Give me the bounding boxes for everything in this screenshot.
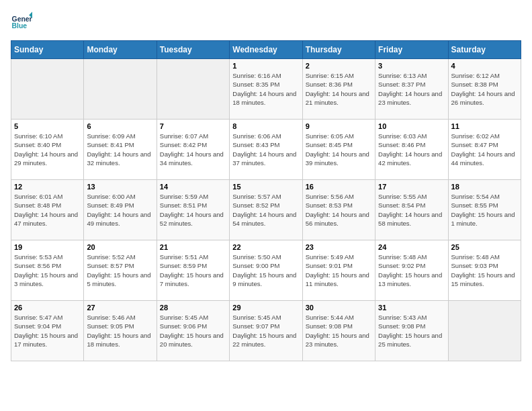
day-number: 16	[306, 183, 372, 191]
day-info: Sunrise: 5:53 AMSunset: 8:56 PMDaylight:…	[14, 253, 81, 288]
day-number: 25	[451, 243, 518, 251]
day-number: 10	[378, 122, 445, 130]
header-row: SundayMondayTuesdayWednesdayThursdayFrid…	[11, 41, 521, 59]
day-info: Sunrise: 6:09 AMSunset: 8:41 PMDaylight:…	[87, 132, 153, 167]
calendar-cell: 20Sunrise: 5:52 AMSunset: 8:57 PMDayligh…	[84, 240, 157, 301]
day-number: 1	[232, 62, 299, 70]
day-number: 22	[232, 243, 299, 251]
calendar-cell: 29Sunrise: 5:45 AMSunset: 9:07 PMDayligh…	[230, 301, 302, 361]
svg-text:General: General	[12, 15, 32, 23]
day-info: Sunrise: 6:02 AMSunset: 8:47 PMDaylight:…	[451, 132, 518, 167]
calendar-cell: 14Sunrise: 5:59 AMSunset: 8:51 PMDayligh…	[157, 180, 229, 240]
day-info: Sunrise: 5:46 AMSunset: 9:05 PMDaylight:…	[87, 313, 153, 349]
calendar-cell: 7Sunrise: 6:07 AMSunset: 8:42 PMDaylight…	[157, 120, 229, 180]
day-info: Sunrise: 6:12 AMSunset: 8:38 PMDaylight:…	[451, 71, 518, 107]
day-info: Sunrise: 5:43 AMSunset: 9:08 PMDaylight:…	[378, 313, 445, 349]
day-number: 26	[14, 304, 81, 312]
calendar-cell: 22Sunrise: 5:50 AMSunset: 9:00 PMDayligh…	[230, 240, 302, 301]
column-header-tuesday: Tuesday	[157, 41, 229, 59]
day-number: 20	[87, 243, 153, 251]
calendar-cell: 31Sunrise: 5:43 AMSunset: 9:08 PMDayligh…	[375, 301, 448, 361]
day-number: 24	[378, 243, 445, 251]
day-info: Sunrise: 5:54 AMSunset: 8:55 PMDaylight:…	[451, 192, 518, 228]
day-number: 27	[87, 304, 153, 312]
day-info: Sunrise: 5:56 AMSunset: 8:53 PMDaylight:…	[306, 192, 372, 228]
day-info: Sunrise: 5:47 AMSunset: 9:04 PMDaylight:…	[14, 313, 81, 349]
calendar-cell: 6Sunrise: 6:09 AMSunset: 8:41 PMDaylight…	[84, 120, 157, 180]
day-number: 31	[378, 304, 445, 312]
calendar-cell: 21Sunrise: 5:51 AMSunset: 8:59 PMDayligh…	[157, 240, 229, 301]
day-info: Sunrise: 5:44 AMSunset: 9:08 PMDaylight:…	[306, 313, 372, 349]
column-header-friday: Friday	[375, 41, 448, 59]
day-info: Sunrise: 6:00 AMSunset: 8:49 PMDaylight:…	[87, 192, 153, 228]
day-number: 13	[87, 183, 153, 191]
calendar-cell: 15Sunrise: 5:57 AMSunset: 8:52 PMDayligh…	[230, 180, 302, 240]
calendar-cell	[448, 301, 521, 361]
day-info: Sunrise: 5:52 AMSunset: 8:57 PMDaylight:…	[87, 253, 153, 288]
column-header-wednesday: Wednesday	[230, 41, 302, 59]
day-number: 7	[160, 122, 226, 130]
calendar-cell: 11Sunrise: 6:02 AMSunset: 8:47 PMDayligh…	[448, 120, 521, 180]
logo-icon: General Blue	[11, 11, 32, 32]
day-info: Sunrise: 5:50 AMSunset: 9:00 PMDaylight:…	[232, 253, 299, 288]
calendar-cell: 12Sunrise: 6:01 AMSunset: 8:48 PMDayligh…	[11, 180, 84, 240]
calendar-cell: 8Sunrise: 6:06 AMSunset: 8:43 PMDaylight…	[230, 120, 302, 180]
day-number: 6	[87, 122, 153, 130]
day-number: 15	[232, 183, 299, 191]
day-info: Sunrise: 5:45 AMSunset: 9:06 PMDaylight:…	[160, 313, 226, 349]
day-number: 14	[160, 183, 226, 191]
calendar-cell: 30Sunrise: 5:44 AMSunset: 9:08 PMDayligh…	[302, 301, 375, 361]
day-info: Sunrise: 6:10 AMSunset: 8:40 PMDaylight:…	[14, 132, 81, 167]
logo: General Blue	[11, 11, 32, 32]
day-info: Sunrise: 6:16 AMSunset: 8:35 PMDaylight:…	[232, 71, 299, 107]
day-info: Sunrise: 5:48 AMSunset: 9:03 PMDaylight:…	[451, 253, 518, 288]
calendar-cell: 24Sunrise: 5:48 AMSunset: 9:02 PMDayligh…	[375, 240, 448, 301]
day-number: 12	[14, 183, 81, 191]
day-number: 5	[14, 122, 81, 130]
day-info: Sunrise: 5:48 AMSunset: 9:02 PMDaylight:…	[378, 253, 445, 288]
calendar-cell	[157, 59, 229, 120]
day-number: 28	[160, 304, 226, 312]
day-info: Sunrise: 6:13 AMSunset: 8:37 PMDaylight:…	[378, 71, 445, 107]
day-info: Sunrise: 5:45 AMSunset: 9:07 PMDaylight:…	[232, 313, 299, 349]
calendar-cell: 27Sunrise: 5:46 AMSunset: 9:05 PMDayligh…	[84, 301, 157, 361]
svg-text:Blue: Blue	[12, 22, 28, 30]
column-header-thursday: Thursday	[302, 41, 375, 59]
day-number: 11	[451, 122, 518, 130]
calendar-cell: 16Sunrise: 5:56 AMSunset: 8:53 PMDayligh…	[302, 180, 375, 240]
calendar-cell: 1Sunrise: 6:16 AMSunset: 8:35 PMDaylight…	[230, 59, 302, 120]
day-number: 18	[451, 183, 518, 191]
calendar-cell: 13Sunrise: 6:00 AMSunset: 8:49 PMDayligh…	[84, 180, 157, 240]
calendar-cell: 4Sunrise: 6:12 AMSunset: 8:38 PMDaylight…	[448, 59, 521, 120]
calendar-cell: 3Sunrise: 6:13 AMSunset: 8:37 PMDaylight…	[375, 59, 448, 120]
day-number: 30	[306, 304, 372, 312]
calendar-cell: 9Sunrise: 6:05 AMSunset: 8:45 PMDaylight…	[302, 120, 375, 180]
calendar-cell	[11, 59, 84, 120]
calendar-cell: 10Sunrise: 6:03 AMSunset: 8:46 PMDayligh…	[375, 120, 448, 180]
day-number: 2	[306, 62, 372, 70]
calendar-cell: 28Sunrise: 5:45 AMSunset: 9:06 PMDayligh…	[157, 301, 229, 361]
calendar-cell: 17Sunrise: 5:55 AMSunset: 8:54 PMDayligh…	[375, 180, 448, 240]
calendar-cell: 23Sunrise: 5:49 AMSunset: 9:01 PMDayligh…	[302, 240, 375, 301]
day-info: Sunrise: 6:06 AMSunset: 8:43 PMDaylight:…	[232, 132, 299, 167]
calendar-cell: 19Sunrise: 5:53 AMSunset: 8:56 PMDayligh…	[11, 240, 84, 301]
week-row-2: 5Sunrise: 6:10 AMSunset: 8:40 PMDaylight…	[11, 120, 521, 180]
week-row-5: 26Sunrise: 5:47 AMSunset: 9:04 PMDayligh…	[11, 301, 521, 361]
day-info: Sunrise: 5:57 AMSunset: 8:52 PMDaylight:…	[232, 192, 299, 228]
column-header-monday: Monday	[84, 41, 157, 59]
day-info: Sunrise: 5:49 AMSunset: 9:01 PMDaylight:…	[306, 253, 372, 288]
day-number: 29	[232, 304, 299, 312]
calendar-table: SundayMondayTuesdayWednesdayThursdayFrid…	[11, 40, 521, 361]
day-info: Sunrise: 5:55 AMSunset: 8:54 PMDaylight:…	[378, 192, 445, 228]
column-header-saturday: Saturday	[448, 41, 521, 59]
day-info: Sunrise: 5:51 AMSunset: 8:59 PMDaylight:…	[160, 253, 226, 288]
calendar-cell: 18Sunrise: 5:54 AMSunset: 8:55 PMDayligh…	[448, 180, 521, 240]
week-row-4: 19Sunrise: 5:53 AMSunset: 8:56 PMDayligh…	[11, 240, 521, 301]
day-number: 3	[378, 62, 445, 70]
day-info: Sunrise: 6:01 AMSunset: 8:48 PMDaylight:…	[14, 192, 81, 228]
day-number: 4	[451, 62, 518, 70]
day-info: Sunrise: 6:05 AMSunset: 8:45 PMDaylight:…	[306, 132, 372, 167]
page-header: General Blue	[11, 11, 521, 32]
day-number: 23	[306, 243, 372, 251]
day-info: Sunrise: 6:03 AMSunset: 8:46 PMDaylight:…	[378, 132, 445, 167]
